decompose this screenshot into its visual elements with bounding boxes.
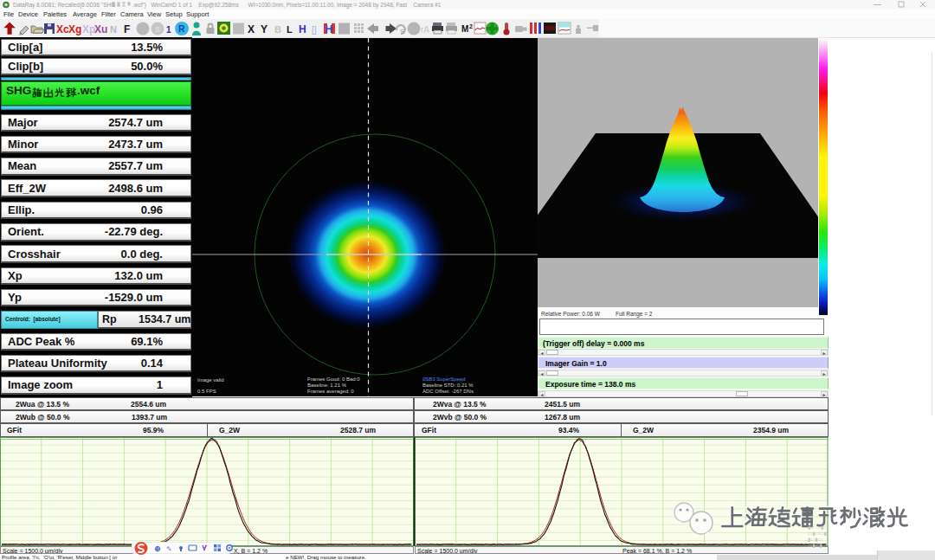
svg-text:Xu: Xu xyxy=(94,23,107,35)
svg-text:rA: rA xyxy=(421,25,429,35)
svg-text:L: L xyxy=(287,24,293,35)
svg-text:Xc: Xc xyxy=(56,23,69,35)
svg-text:[]: [] xyxy=(312,25,317,35)
svg-text:S: S xyxy=(400,28,404,35)
svg-text:H: H xyxy=(299,23,306,35)
svg-text:⊕: ⊕ xyxy=(154,544,161,553)
svg-text:M: M xyxy=(461,24,468,34)
svg-text:H: H xyxy=(326,23,333,35)
svg-text:B: B xyxy=(274,24,281,35)
svg-text:S: S xyxy=(155,25,160,34)
svg-text:F: F xyxy=(124,23,130,35)
svg-text:R: R xyxy=(178,23,185,34)
svg-text:X: X xyxy=(248,23,255,35)
svg-text:Y: Y xyxy=(261,23,268,35)
svg-text:2: 2 xyxy=(469,23,473,29)
svg-text:✎: ✎ xyxy=(166,545,172,553)
svg-text:N: N xyxy=(110,24,117,35)
svg-text:Xg: Xg xyxy=(68,23,81,35)
svg-text:1: 1 xyxy=(166,25,171,35)
